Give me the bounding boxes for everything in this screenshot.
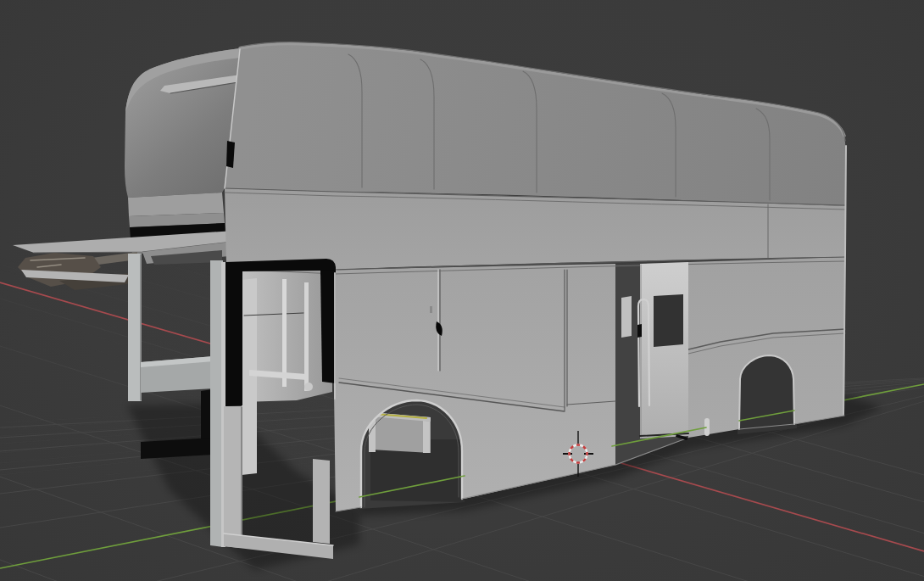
rear-door-window: [654, 294, 683, 347]
front-pillar-right: [210, 260, 223, 547]
door-frame-left-lower: [224, 406, 242, 548]
rear-door-leaf: [640, 262, 688, 439]
front-pillar-left: [128, 254, 142, 401]
blender-3d-viewport[interactable]: [0, 0, 924, 581]
door-frame-right-lower: [313, 459, 330, 544]
rear-door-rail-mark: [637, 324, 642, 338]
door-black-trim-right: [320, 270, 336, 383]
grab-pole-cap: [304, 383, 313, 391]
rear-door-tab: [621, 296, 632, 338]
door-interior-panel: [242, 278, 257, 475]
front-arch-post-right: [423, 421, 430, 453]
roof-shell: [225, 44, 846, 206]
grab-pole-1: [282, 279, 287, 387]
panel-notch: [430, 306, 432, 313]
front-dome: [125, 48, 240, 198]
viewport-scene: [0, 0, 924, 581]
